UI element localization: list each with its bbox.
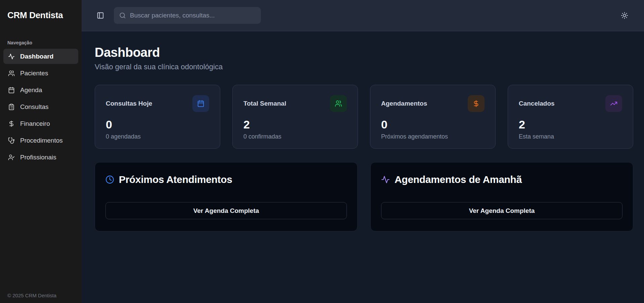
sidebar-item-label: Procedimentos: [20, 137, 63, 144]
sidebar-nav: Dashboard Pacientes Agenda Consultas Fin: [3, 49, 78, 165]
stat-card-total-semanal: Total Semanal 2 0 confirmadas: [232, 85, 358, 149]
topbar: [82, 0, 644, 31]
sidebar-item-profissionais[interactable]: Profissionais: [3, 150, 78, 165]
search-icon: [119, 12, 126, 19]
trending-up-icon: [605, 95, 622, 112]
sidebar-toggle-button[interactable]: [94, 9, 106, 22]
stat-label: Total Semanal: [243, 100, 286, 107]
stat-subtext: Próximos agendamentos: [381, 133, 485, 140]
stats-grid: Consultas Hoje 0 0 agendadas Total Seman…: [95, 85, 633, 149]
stethoscope-icon: [8, 137, 15, 144]
sidebar-item-label: Profissionais: [20, 154, 56, 161]
stat-subtext: 0 agendadas: [106, 133, 209, 140]
stat-value: 0: [381, 119, 485, 130]
sidebar-item-dashboard[interactable]: Dashboard: [3, 49, 78, 64]
stat-label: Consultas Hoje: [106, 100, 152, 107]
main-column: Dashboard Visão geral da sua clínica odo…: [82, 0, 644, 303]
sidebar-item-label: Financeiro: [20, 120, 50, 127]
stat-label: Agendamentos: [381, 100, 427, 107]
calendar-icon: [8, 87, 15, 93]
stat-card-agendamentos: Agendamentos 0 Próximos agendamentos: [370, 85, 496, 149]
clock-icon: [105, 175, 114, 184]
users-icon: [8, 70, 15, 77]
stat-subtext: 0 confirmadas: [243, 133, 347, 140]
sidebar-item-agenda[interactable]: Agenda: [3, 82, 78, 98]
dashboard-content: Dashboard Visão geral da sua clínica odo…: [82, 31, 644, 303]
sidebar-item-label: Agenda: [20, 86, 42, 94]
sidebar-item-label: Consultas: [20, 103, 49, 111]
panel-agendamentos-amanha: Agendamentos de Amanhã Ver Agenda Comple…: [370, 162, 633, 231]
theme-toggle-button[interactable]: [618, 9, 631, 22]
search-input[interactable]: [130, 12, 256, 19]
panel-proximos-atendimentos: Próximos Atendimentos Ver Agenda Complet…: [95, 162, 358, 231]
stat-card-cancelados: Cancelados 2 Esta semana: [508, 85, 633, 149]
page-title: Dashboard: [95, 45, 633, 60]
search-box: [114, 7, 261, 24]
stat-value: 2: [243, 119, 347, 130]
calendar-icon: [192, 95, 209, 112]
dollar-icon: [8, 120, 15, 127]
activity-icon: [381, 175, 390, 184]
panels-grid: Próximos Atendimentos Ver Agenda Complet…: [95, 162, 633, 231]
sun-icon: [621, 12, 628, 19]
panel-title: Próximos Atendimentos: [119, 174, 232, 185]
page-subtitle: Visão geral da sua clínica odontológica: [95, 63, 633, 71]
sidebar: CRM Dentista Navegação Dashboard Pacient…: [0, 0, 82, 303]
stat-subtext: Esta semana: [519, 133, 622, 140]
stat-label: Cancelados: [519, 100, 555, 107]
sidebar-item-label: Dashboard: [20, 53, 53, 60]
ver-agenda-completa-button[interactable]: Ver Agenda Completa: [105, 202, 347, 219]
sidebar-item-pacientes[interactable]: Pacientes: [3, 66, 78, 81]
sidebar-item-procedimentos[interactable]: Procedimentos: [3, 133, 78, 148]
stat-value: 0: [106, 119, 209, 130]
sidebar-item-financeiro[interactable]: Financeiro: [3, 116, 78, 131]
nav-section-label: Navegação: [3, 40, 78, 45]
stat-card-consultas-hoje: Consultas Hoje 0 0 agendadas: [95, 85, 220, 149]
panel-left-icon: [97, 12, 104, 19]
copyright-text: © 2025 CRM Dentista: [7, 293, 56, 298]
stat-value: 2: [519, 119, 622, 130]
panel-title: Agendamentos de Amanhã: [395, 174, 522, 185]
ver-agenda-completa-button[interactable]: Ver Agenda Completa: [381, 202, 623, 219]
sidebar-item-label: Pacientes: [20, 70, 48, 77]
sidebar-item-consultas[interactable]: Consultas: [3, 99, 78, 114]
clipboard-list-icon: [8, 104, 15, 110]
dollar-icon: [468, 95, 485, 112]
users-icon: [330, 95, 347, 112]
app-logo: CRM Dentista: [3, 0, 78, 21]
user-check-icon: [8, 154, 15, 161]
activity-icon: [8, 53, 15, 60]
